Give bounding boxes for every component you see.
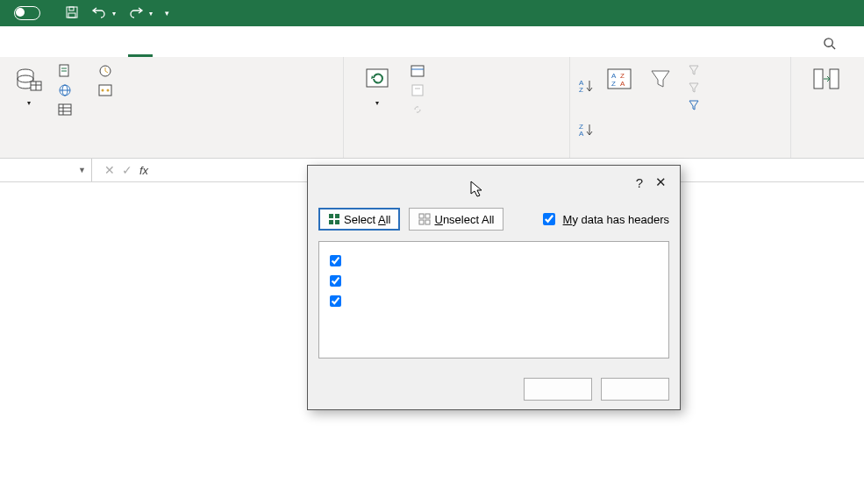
save-icon[interactable]: [65, 5, 79, 22]
group-label-get-transform: [9, 153, 334, 156]
name-box[interactable]: ▼: [0, 159, 92, 181]
edit-links-button: [407, 101, 433, 118]
title-bar: ▾ ▾ ▾: [0, 0, 864, 26]
sort-desc-icon[interactable]: ZA: [579, 122, 596, 140]
links-icon: [411, 103, 425, 117]
close-button[interactable]: ✕: [650, 174, 671, 190]
tab-help[interactable]: [226, 45, 251, 57]
svg-text:A: A: [611, 72, 617, 80]
filter-icon: [648, 66, 673, 90]
my-data-has-headers-checkbox[interactable]: My data has headers: [539, 210, 669, 228]
qat-customize-icon[interactable]: ▾: [165, 9, 169, 18]
filter-button[interactable]: [642, 62, 679, 153]
clear-filter-button: [684, 62, 709, 78]
select-all-label: Select All: [344, 213, 390, 226]
quick-access-toolbar: ▾ ▾ ▾: [65, 5, 169, 22]
svg-rect-27: [412, 85, 423, 96]
redo-dropdown-icon[interactable]: ▾: [149, 10, 153, 18]
svg-rect-21: [99, 85, 111, 96]
from-table-range-button[interactable]: [54, 101, 81, 118]
select-all-button[interactable]: Select All: [318, 208, 400, 231]
tab-formulas[interactable]: [104, 45, 128, 57]
tab-data[interactable]: [128, 45, 153, 57]
refresh-icon: [363, 66, 391, 94]
svg-point-22: [102, 89, 104, 92]
chevron-down-icon: ▾: [375, 99, 379, 107]
svg-rect-44: [419, 214, 424, 218]
tell-me-search[interactable]: [805, 32, 859, 57]
headers-checkbox-input[interactable]: [543, 213, 555, 225]
autosave-toggle[interactable]: [7, 6, 47, 20]
text-file-icon: [58, 64, 72, 78]
tab-review[interactable]: [153, 45, 177, 57]
fx-icon[interactable]: fx: [139, 164, 148, 177]
toggle-switch-icon: [14, 6, 40, 20]
sort-icon: AZZA: [606, 66, 632, 92]
dialog-titlebar[interactable]: ? ✕: [308, 166, 680, 197]
recent-sources-button[interactable]: [95, 62, 121, 80]
tab-home[interactable]: [30, 45, 54, 57]
reapply-button: [684, 80, 709, 96]
svg-line-4: [832, 46, 835, 49]
chevron-down-icon: ▼: [78, 166, 86, 174]
tab-file[interactable]: [5, 45, 30, 57]
globe-icon: [58, 83, 72, 97]
unselect-all-label: Unselect All: [434, 213, 494, 226]
svg-text:Z: Z: [620, 72, 625, 80]
svg-text:Z: Z: [579, 86, 583, 94]
svg-rect-24: [367, 69, 388, 87]
unselect-all-button[interactable]: Unselect All: [409, 208, 503, 231]
database-icon: [15, 66, 43, 94]
queries-icon: [411, 64, 425, 78]
queries-connections-button[interactable]: [407, 62, 433, 80]
svg-rect-38: [814, 69, 823, 89]
from-text-csv-button[interactable]: [54, 62, 81, 80]
sort-button[interactable]: AZZA: [602, 62, 637, 153]
help-button[interactable]: ?: [629, 175, 650, 190]
svg-point-3: [825, 39, 832, 46]
text-columns-icon: [812, 66, 840, 92]
properties-icon: [411, 83, 425, 97]
group-label-queries: [353, 153, 561, 156]
svg-rect-43: [335, 220, 339, 224]
ribbon-tabs: [0, 26, 864, 57]
undo-icon[interactable]: [91, 6, 107, 21]
refresh-all-button[interactable]: ▾: [353, 62, 402, 153]
reapply-icon: [688, 82, 700, 94]
undo-dropdown-icon[interactable]: ▾: [112, 10, 116, 18]
tab-developer[interactable]: [202, 45, 226, 57]
column-checkbox-revenue[interactable]: [326, 293, 661, 309]
table-icon: [58, 103, 72, 117]
cancel-button[interactable]: [601, 378, 669, 401]
column-checkbox-title[interactable]: [326, 252, 661, 269]
column-checkbox-value[interactable]: [326, 273, 661, 289]
tab-view[interactable]: [177, 45, 202, 57]
svg-rect-42: [329, 220, 333, 224]
redo-icon[interactable]: [128, 6, 144, 21]
existing-connections-button[interactable]: [95, 82, 121, 99]
svg-rect-25: [411, 66, 424, 76]
clear-icon: [688, 64, 700, 76]
headers-checkbox-label: My data has headers: [563, 213, 669, 226]
ok-button[interactable]: [524, 378, 592, 401]
columns-listbox[interactable]: [318, 241, 669, 358]
svg-rect-16: [59, 104, 71, 115]
get-data-button[interactable]: ▾: [9, 62, 49, 153]
tab-insert[interactable]: [54, 45, 79, 57]
svg-rect-41: [335, 214, 339, 218]
chevron-down-icon: ▾: [27, 99, 31, 107]
sort-asc-icon[interactable]: AZ: [579, 78, 596, 96]
ribbon: ▾ ▾: [0, 57, 864, 159]
cancel-icon: ✕: [104, 163, 115, 177]
svg-rect-47: [425, 220, 430, 224]
properties-button: [407, 82, 433, 99]
svg-rect-46: [419, 220, 424, 224]
unselect-all-icon: [418, 213, 431, 225]
text-to-columns-button[interactable]: [800, 62, 853, 156]
tab-page-layout[interactable]: [79, 45, 104, 57]
svg-point-23: [107, 89, 110, 92]
advanced-filter-button[interactable]: [684, 97, 709, 113]
from-web-button[interactable]: [54, 82, 81, 99]
group-label-sort-filter: [579, 153, 782, 156]
select-all-icon: [328, 213, 340, 225]
